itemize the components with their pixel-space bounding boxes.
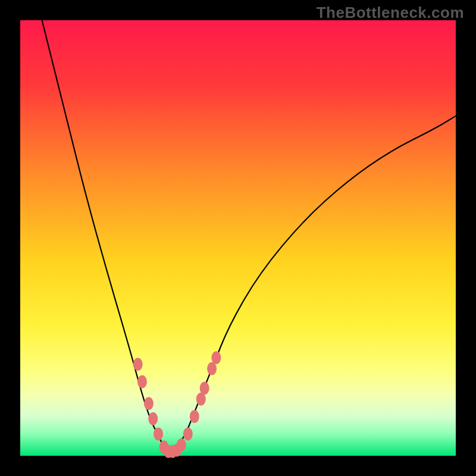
curve-marker bbox=[154, 427, 163, 440]
curve-marker bbox=[183, 427, 193, 440]
curve-marker bbox=[211, 351, 221, 364]
plot-background bbox=[20, 20, 456, 456]
curve-marker bbox=[177, 439, 186, 452]
curve-marker bbox=[137, 375, 147, 389]
watermark-text: TheBottleneck.com bbox=[317, 4, 464, 22]
curve-marker bbox=[133, 358, 143, 371]
curve-marker bbox=[148, 412, 158, 425]
curve-marker bbox=[200, 382, 209, 395]
curve-marker bbox=[190, 410, 199, 423]
bottleneck-chart bbox=[0, 0, 476, 476]
curve-marker bbox=[144, 397, 154, 410]
